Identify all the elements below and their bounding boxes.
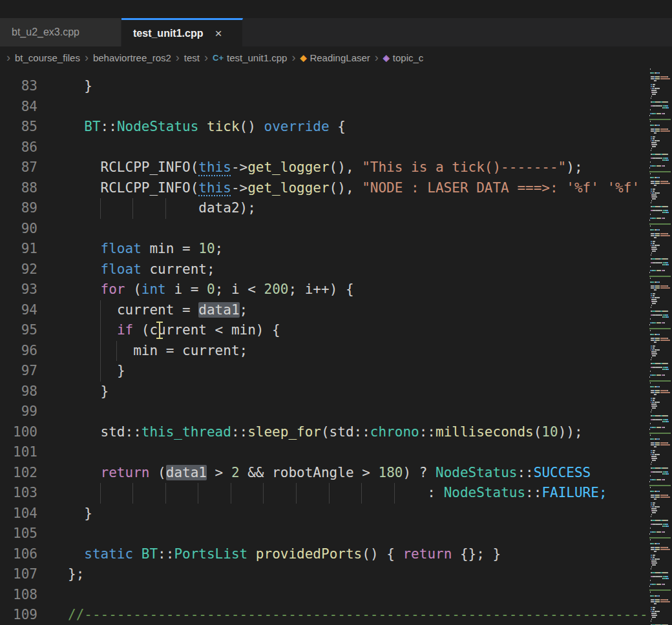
line-number[interactable]: 88 xyxy=(0,178,68,199)
code-line[interactable]: 90 xyxy=(0,219,649,240)
minimap-mark xyxy=(651,568,651,569)
minimap-mark xyxy=(651,464,651,465)
code-line[interactable]: 84 xyxy=(0,97,649,118)
code-line[interactable]: 85 BT::NodeStatus tick() override { xyxy=(0,117,649,138)
breadcrumb-item-test_unit1.cpp[interactable]: C+test_unit1.cpp xyxy=(213,52,287,63)
line-number[interactable]: 89 xyxy=(0,198,68,219)
code-line[interactable]: 83 } xyxy=(0,76,649,97)
code-line[interactable]: 106 static BT::PortsList providedPorts()… xyxy=(0,544,649,565)
line-number[interactable]: 101 xyxy=(0,442,68,463)
breadcrumb-item-bt_course_files[interactable]: bt_course_files xyxy=(15,52,80,63)
line-number[interactable]: 104 xyxy=(0,504,68,524)
minimap-row xyxy=(649,504,672,506)
line-number[interactable]: 98 xyxy=(0,382,68,402)
code-line[interactable]: 88 RCLCPP_INFO(this->get_logger(), "NODE… xyxy=(0,178,649,199)
code-token xyxy=(68,546,84,562)
minimap-mark xyxy=(660,235,671,236)
code-line[interactable]: 91 float min = 10; xyxy=(0,239,649,260)
code-line[interactable]: 102 return (data1 > 2 && robotAngle > 18… xyxy=(0,463,649,484)
code-line[interactable]: 109//-----------------------------------… xyxy=(0,605,649,625)
code-text: } xyxy=(68,361,125,382)
line-number[interactable]: 97 xyxy=(0,361,68,382)
code-token: override xyxy=(264,119,330,134)
line-number[interactable]: 102 xyxy=(0,463,68,484)
minimap-mark xyxy=(655,345,655,347)
code-line[interactable]: 95 if (current < min) { xyxy=(0,320,649,341)
chevron-right-icon: › xyxy=(375,52,379,63)
line-number[interactable]: 85 xyxy=(0,117,68,138)
minimap-mark xyxy=(652,405,657,407)
line-number[interactable]: 100 xyxy=(0,422,68,443)
code-line[interactable]: 101 xyxy=(0,442,649,463)
minimap-row xyxy=(649,173,672,174)
minimap-mark xyxy=(653,400,655,401)
minimap-mark xyxy=(649,586,650,587)
code-line[interactable]: 94 current = data1; xyxy=(0,300,649,321)
minimap-row xyxy=(649,107,672,108)
minimap-mark xyxy=(656,576,660,577)
line-number[interactable]: 109 xyxy=(0,605,68,625)
code-line[interactable]: 104 } xyxy=(0,504,649,524)
line-number[interactable]: 84 xyxy=(0,97,68,118)
minimap-row xyxy=(649,247,672,248)
line-number[interactable]: 107 xyxy=(0,564,68,585)
code-line[interactable]: 87 RCLCPP_INFO(this->get_logger(), "This… xyxy=(0,158,649,178)
breadcrumb-item-behaviortree_ros2[interactable]: behaviortree_ros2 xyxy=(93,52,171,63)
code-line[interactable]: 92 float current; xyxy=(0,260,649,280)
code-line[interactable]: 100 std::this_thread::sleep_for(std::chr… xyxy=(0,422,649,443)
minimap-mark xyxy=(657,297,660,298)
minimap-row xyxy=(649,204,672,205)
line-number[interactable]: 87 xyxy=(0,158,68,178)
code-line[interactable]: 97 } xyxy=(0,361,649,382)
indent-guide xyxy=(100,483,134,504)
line-number[interactable]: 93 xyxy=(0,280,68,300)
line-number[interactable]: 95 xyxy=(0,320,68,341)
minimap-mark xyxy=(664,113,665,114)
minimap-mark xyxy=(653,165,656,167)
line-number[interactable]: 83 xyxy=(0,76,68,97)
tab-close-icon[interactable]: × xyxy=(215,26,222,41)
line-number[interactable]: 105 xyxy=(0,524,68,544)
minimap-mark xyxy=(666,576,668,577)
breadcrumb-item-topic_c[interactable]: ◈topic_c xyxy=(383,52,424,63)
code-line[interactable]: 108 xyxy=(0,585,649,606)
code-token: {}; } xyxy=(452,546,501,562)
code-line[interactable]: 96 min = current; xyxy=(0,341,649,362)
line-number[interactable]: 99 xyxy=(0,402,68,422)
code-line[interactable]: 89 data2); xyxy=(0,198,649,219)
minimap-mark xyxy=(656,334,659,335)
line-number[interactable]: 106 xyxy=(0,544,68,565)
minimap-row xyxy=(649,144,672,145)
minimap-row xyxy=(649,163,672,165)
minimap-row xyxy=(649,549,672,550)
line-number[interactable]: 90 xyxy=(0,219,68,240)
code-line[interactable]: 107}; xyxy=(0,564,649,585)
tab-test_unit1.cpp[interactable]: test_unit1.cpp× xyxy=(121,18,243,46)
minimap-mark xyxy=(650,580,651,581)
minimap-row xyxy=(649,458,672,459)
class-icon: ◆ xyxy=(300,53,306,63)
minimap-mark xyxy=(652,355,656,356)
line-number[interactable]: 86 xyxy=(0,138,68,158)
code-line[interactable]: 105 xyxy=(0,524,649,544)
line-number[interactable]: 94 xyxy=(0,300,68,321)
code-line[interactable]: 103 : NodeStatus::FAILURE; xyxy=(0,483,649,504)
code-line[interactable]: 93 for (int i = 0; i < 200; i++) { xyxy=(0,280,649,300)
line-number[interactable]: 92 xyxy=(0,260,68,280)
tab-bt_u2_ex3.cpp[interactable]: bt_u2_ex3.cpp xyxy=(0,18,121,46)
minimap-mark xyxy=(655,607,655,608)
minimap-mark xyxy=(654,394,656,395)
minimap-mark xyxy=(667,159,669,161)
code-line[interactable]: 86 xyxy=(0,138,649,158)
line-number[interactable]: 103 xyxy=(0,483,68,504)
breadcrumb-item-test[interactable]: test xyxy=(184,52,200,63)
minimap[interactable] xyxy=(649,68,672,625)
breadcrumb-item-ReadingLaser[interactable]: ◆ReadingLaser xyxy=(300,52,370,63)
code-line[interactable]: 98 } xyxy=(0,382,649,402)
code-token: return xyxy=(101,465,150,480)
code-token: } xyxy=(68,78,92,94)
code-line[interactable]: 99 xyxy=(0,402,649,422)
line-number[interactable]: 108 xyxy=(0,585,68,606)
line-number[interactable]: 96 xyxy=(0,341,68,362)
line-number[interactable]: 91 xyxy=(0,239,68,260)
